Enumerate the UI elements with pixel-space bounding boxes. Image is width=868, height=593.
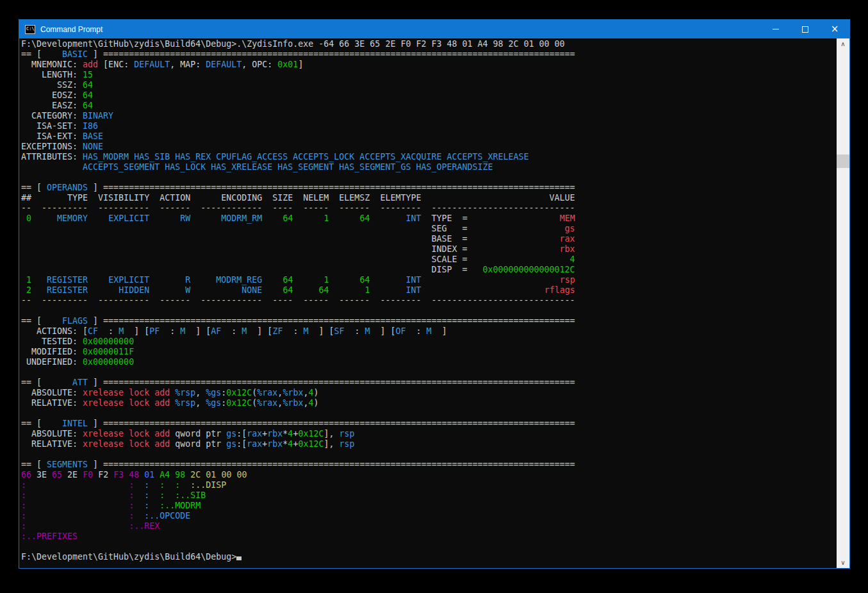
titlebar[interactable]: C:\ Command Prompt × <box>19 20 849 38</box>
console-line <box>21 542 835 552</box>
close-icon: × <box>831 24 839 34</box>
text-cursor <box>236 556 242 560</box>
console-line <box>21 306 835 316</box>
console-line: ABSOLUTE: xrelease lock add %rsp, %gs:0x… <box>21 388 835 398</box>
console-line: UNDEFINED: 0x00000000 <box>21 357 835 367</box>
console-line: 66 3E 65 2E F0 F2 F3 48 01 A4 98 2C 01 0… <box>21 470 835 480</box>
console-line: LENGTH: 15 <box>21 70 835 80</box>
console-line: : : :..OPCODE <box>21 511 835 521</box>
console-line: INDEX = rbx <box>21 244 835 255</box>
console-line: : : : : :..SIB <box>21 490 835 501</box>
console-line <box>21 449 835 460</box>
console-text: F:\Development\GitHub\zydis\Build64\Debu… <box>21 39 835 562</box>
console-line <box>21 367 835 378</box>
command-prompt-window: C:\ Command Prompt × F:\Development\GitH… <box>19 19 850 569</box>
cmd-icon[interactable]: C:\ <box>25 25 35 34</box>
console-line: :..PREFIXES <box>21 531 835 542</box>
console-line <box>21 408 835 419</box>
console-line: EASZ: 64 <box>21 101 835 111</box>
console-line: == [ SEGMENTS ] ========================… <box>21 460 835 470</box>
console-line: SCALE = 4 <box>21 255 835 265</box>
console-line: : : : :..MODRM <box>21 501 835 511</box>
console-line: -- --------- ---------- ------ ---------… <box>21 296 835 306</box>
console-line: SEG = gs <box>21 224 835 234</box>
console-viewport[interactable]: F:\Development\GitHub\zydis\Build64\Debu… <box>19 38 849 568</box>
scroll-up-button[interactable]: ∧ <box>837 38 849 49</box>
console-line: ISA-SET: I86 <box>21 121 835 131</box>
maximize-button[interactable] <box>790 20 820 38</box>
console-line: ISA-EXT: BASE <box>21 131 835 142</box>
console-line: DISP = 0x000000000000012C <box>21 265 835 275</box>
close-button[interactable]: × <box>820 20 849 38</box>
console-line: -- --------- ---------- ------ ---------… <box>21 203 835 213</box>
minimize-icon <box>773 29 779 29</box>
console-line: 0 MEMORY EXPLICIT RW MODRM_RM 64 1 64 IN… <box>21 213 835 224</box>
console-line: CATEGORY: BINARY <box>21 111 835 121</box>
console-line: 2 REGISTER HIDDEN W NONE 64 64 1 INT rfl… <box>21 285 835 296</box>
window-title: Command Prompt <box>40 25 102 34</box>
console-line: == [ INTEL ] ===========================… <box>21 419 835 429</box>
window-controls: × <box>761 20 849 38</box>
console-line: : : : : : :..DISP <box>21 480 835 490</box>
console-line: F:\Development\GitHub\zydis\Build64\Debu… <box>21 39 835 49</box>
console-line: MODIFIED: 0x0000011F <box>21 347 835 357</box>
maximize-icon <box>802 26 808 33</box>
console-line: ATTRIBUTES: HAS_MODRM HAS_SIB HAS_REX CP… <box>21 152 835 162</box>
scrollbar-track[interactable]: ∧ ∨ <box>837 38 849 568</box>
console-line: ABSOLUTE: xrelease lock add qword ptr gs… <box>21 429 835 439</box>
console-line: == [ BASIC ] ===========================… <box>21 49 835 60</box>
scrollbar-thumb[interactable] <box>837 155 849 168</box>
console-line: ACTIONS: [CF : M ] [PF : M ] [AF : M ] [… <box>21 326 835 337</box>
console-line: == [ FLAGS ] ===========================… <box>21 316 835 326</box>
console-line: == [ OPERANDS ] ========================… <box>21 183 835 193</box>
console-line: RELATIVE: xrelease lock add qword ptr gs… <box>21 439 835 449</box>
console-line: TESTED: 0x00000000 <box>21 337 835 347</box>
console-line: ACCEPTS_SEGMENT HAS_LOCK HAS_XRELEASE HA… <box>21 162 835 172</box>
console-line <box>21 172 835 183</box>
console-line: RELATIVE: xrelease lock add %rsp, %gs:0x… <box>21 398 835 408</box>
console-line: EXCEPTIONS: NONE <box>21 142 835 152</box>
console-line: : :..REX <box>21 521 835 531</box>
console-line: EOSZ: 64 <box>21 90 835 101</box>
console-line: SSZ: 64 <box>21 80 835 90</box>
console-line: 1 REGISTER EXPLICIT R MODRM_REG 64 1 64 … <box>21 275 835 285</box>
console-line: == [ ATT ] =============================… <box>21 378 835 388</box>
minimize-button[interactable] <box>761 20 790 38</box>
console-line: BASE = rax <box>21 234 835 244</box>
console-line: MNEMONIC: add [ENC: DEFAULT, MAP: DEFAUL… <box>21 60 835 70</box>
scroll-down-button[interactable]: ∨ <box>837 557 849 568</box>
console-line: ## TYPE VISIBILITY ACTION ENCODING SIZE … <box>21 193 835 203</box>
console-line: F:\Development\GitHub\zydis\Build64\Debu… <box>21 552 835 562</box>
